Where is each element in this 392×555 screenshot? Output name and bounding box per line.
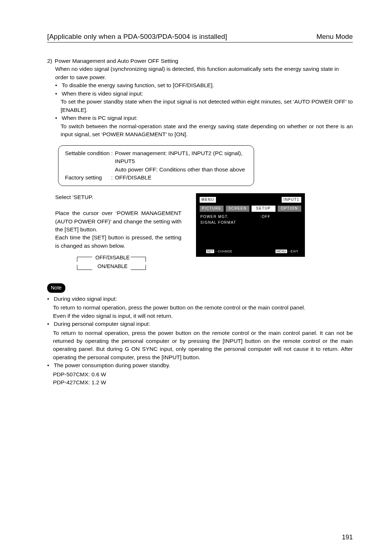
instruction-step: Select ‘SETUP. [55,193,181,201]
bullet-body: To switch between the normal-operation s… [47,122,353,139]
header-right: Menu Mode [317,33,353,41]
osd-item-label: SIGNAL FORMAT [200,220,260,226]
instruction-step: Each time the [SET] button is pressed, t… [55,234,181,250]
bullet-item: • When there is video signal input: [47,90,353,98]
osd-tab-option: OPTION [278,206,302,212]
box-value: OFF/DISABLE [115,174,247,182]
osd-item-label: POWER MGT. [200,214,260,220]
osd-tab-screen: SCREEN [226,206,250,212]
bullet-icon: • [47,320,51,328]
bullet-icon: • [55,90,59,98]
note-body: To return to normal operation, press the… [47,329,353,362]
note-line: PDP-507CMX: 0.6 W [47,370,353,378]
osd-exit-label: ···EXIT [288,250,298,253]
box-value: Power management: INPUT1, INPUT2 (PC sig… [115,149,247,166]
note-chip: Note [47,283,65,292]
bullet-item: • To disable the energy saving function,… [47,81,353,89]
instruction-step: Place the cursor over ‘POWER MANAGEMENT … [55,209,181,234]
osd-tab-picture: PICTURE [200,206,224,212]
bullet-icon: • [47,361,51,369]
section-heading: 2) Power Management and Auto Power OFF S… [47,57,353,65]
bullet-icon: • [47,295,51,303]
section-title: Power Management and Auto Power OFF Sett… [55,57,178,65]
note-block: • During video signal input: To return t… [47,295,353,387]
osd-footer: SET···CHANGE MENU···EXIT [206,249,298,254]
bullet-item: • When there is PC signal input: [47,114,353,122]
two-column-area: Select ‘SETUP. Place the cursor over ‘PO… [47,193,353,273]
osd-change-label: ···CHANGE [215,250,232,253]
osd-input-chip: INPUT1 [282,197,301,203]
toggle-diagram: OFF/DISABLE ON/ENABLE [77,254,146,272]
toggle-option: ON/ENABLE [94,262,131,271]
bullet-text: To disable the energy saving function, s… [62,81,214,89]
note-head: During personal computer signal input: [54,320,150,328]
instructions-column: Select ‘SETUP. Place the cursor over ‘PO… [47,193,181,273]
note-line: To return to normal operation, press the… [47,304,353,312]
section-body: 2) Power Management and Auto Power OFF S… [47,57,353,387]
box-label: Factory setting [65,174,110,182]
osd-item-power-mgt: POWER MGT. :OFF [200,214,301,220]
header-left: [Applicable only when a PDA-5003/PDA-500… [47,33,227,41]
intro-paragraph: When no video signal (synchronizing sign… [47,65,353,81]
page-header: [Applicable only when a PDA-5003/PDA-500… [47,33,353,42]
box-value: Auto power OFF: Conditions other than th… [115,166,247,174]
toggle-option: OFF/DISABLE [94,254,131,262]
bullet-body: To set the power standby state when the … [47,98,353,114]
note-head: The power consumption during power stand… [54,361,170,369]
note-head: During video signal input: [54,295,117,303]
osd-menu-chip: MENU [200,197,216,203]
osd-menu-key: MENU [275,250,287,253]
note-bullet: • During personal computer signal input: [47,320,353,328]
osd-item-value: :OFF [260,214,270,220]
section-number: 2) [47,57,52,65]
bullet-text: When there is video signal input: [62,90,143,98]
osd-tabs: PICTURE SCREEN SETUP OPTION [200,206,301,212]
bullet-icon: • [55,81,59,89]
osd-set-key: SET [206,250,214,253]
bullet-icon: • [55,114,59,122]
box-label: Settable condition [65,149,110,166]
note-line: Even if the video signal is input, it wi… [47,312,353,320]
osd-screenshot: MENU INPUT1 PICTURE SCREEN SETUP OPTION … [196,193,305,257]
note-bullet: • The power consumption during power sta… [47,361,353,369]
note-bullet: • During video signal input: [47,295,353,303]
bullet-text: When there is PC signal input: [62,114,138,122]
settable-condition-box: Settable condition : Power management: I… [58,145,254,186]
page-number: 191 [342,534,353,541]
osd-tab-setup: SETUP [252,206,275,212]
osd-item-signal-format: SIGNAL FORMAT [200,220,301,226]
note-line: PDP-427CMX: 1.2 W [47,378,353,386]
